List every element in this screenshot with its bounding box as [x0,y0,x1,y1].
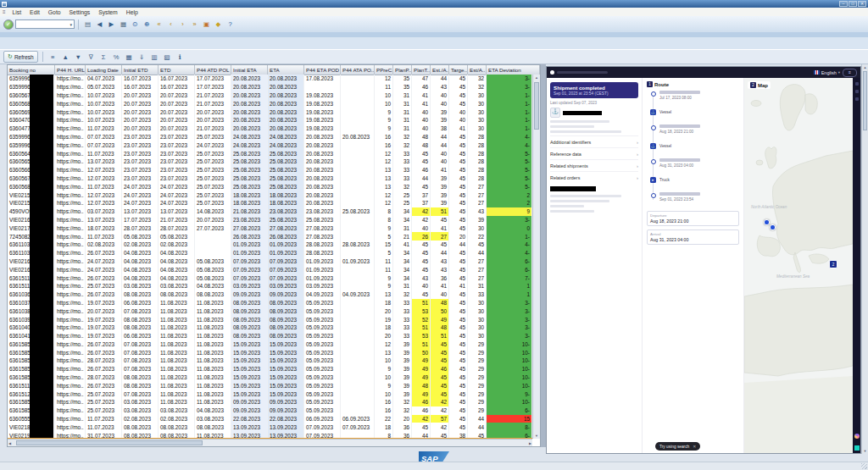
table-cell[interactable]: 11.08.2023 [159,357,195,365]
table-cell[interactable]: 5 [375,232,393,241]
table-cell[interactable]: 41 [431,224,449,232]
table-cell[interactable]: 08.08.2023 [122,315,159,323]
table-cell[interactable]: 15.09.2023 [268,357,304,365]
table-cell[interactable]: 6361585 [8,398,55,406]
table-cell[interactable]: 05.09.2023 [304,348,341,357]
table-row[interactable]: 6361103https://mo..02.08.202302.08.20230… [8,241,532,249]
details-icon[interactable]: ≡ [47,52,58,63]
table-cell[interactable]: 11.08.2023 [195,323,231,332]
table-cell[interactable] [341,282,375,290]
info-icon[interactable]: ℹ [175,52,186,63]
table-cell[interactable] [341,373,375,382]
table-cell[interactable]: https://mo.. [55,149,86,158]
table-cell[interactable]: 16.07.2023 [159,75,195,83]
scroll-right-icon[interactable]: ▶ [529,441,531,445]
table-cell[interactable]: 28 [468,133,487,141]
table-row[interactable]: 6361103https://mo..26.07.202304.08.20230… [8,249,532,257]
table-cell[interactable]: 6360565 [8,158,55,166]
table-cell[interactable]: 10.07.2023 [86,108,122,116]
table-cell[interactable] [341,406,375,415]
table-cell[interactable]: 45 [449,91,468,100]
table-cell[interactable]: 29 [468,381,487,390]
table-cell[interactable]: 11.08.2023 [195,381,231,390]
table-cell[interactable]: 15.09.2023 [231,365,268,373]
table-cell[interactable]: 23.08.2023 [268,207,304,216]
table-cell[interactable]: 20.08.2023 [304,149,341,158]
table-cell[interactable]: 20.07.2023 [122,99,159,108]
table-cell[interactable]: https://mo.. [55,323,86,332]
table-cell[interactable]: 11.08.2023 [159,398,195,406]
table-cell[interactable]: 22 [468,232,487,241]
table-cell[interactable]: 22.08.2023 [231,415,268,423]
table-cell[interactable]: 12.07.2023 [86,199,122,207]
table-cell[interactable]: 02.08.2023 [159,415,195,423]
table-cell[interactable]: 09.09.2023 [231,398,268,406]
table-cell[interactable]: 24.07.2023 [159,191,195,199]
table-row[interactable]: 6361038https://mo..20.07.202307.08.20231… [8,307,532,315]
table-cell[interactable]: 20.08.2023 [304,191,341,199]
table-cell[interactable]: 6360477 [8,124,55,133]
table-cell[interactable]: 29 [468,340,487,349]
table-cell[interactable]: 30 [468,323,487,332]
table-cell[interactable]: 33 [393,158,412,166]
command-field[interactable]: ▾ [15,19,75,29]
table-cell[interactable]: 39 [431,182,449,191]
table-cell[interactable]: 10- [487,348,532,357]
table-cell[interactable]: 7245082 [8,232,55,241]
graphic-icon[interactable]: ▧ [162,52,173,63]
chat-widget-icon[interactable] [854,434,860,439]
choose-layout-icon[interactable]: ▥ [149,52,160,63]
table-cell[interactable]: VIE0215 [8,199,55,207]
table-cell[interactable]: 11.08.2023 [159,340,195,349]
table-cell[interactable]: https://mo.. [55,406,86,415]
column-header[interactable]: Loading Date [86,65,122,75]
table-cell[interactable]: 20.07.2023 [122,108,159,116]
table-cell[interactable]: 20.07.2023 [122,116,159,124]
table-cell[interactable]: 08.08.2023 [195,290,231,299]
table-cell[interactable]: https://mo.. [55,423,86,431]
table-cell[interactable]: 6361511 [8,282,55,290]
table-cell[interactable]: 05.09.2023 [304,373,341,382]
table-cell[interactable]: 05.09.2023 [304,398,341,406]
table-cell[interactable]: 9 [375,365,393,373]
table-cell[interactable]: 50 [431,307,449,315]
table-cell[interactable]: 29 [468,373,487,382]
table-cell[interactable]: 26.07.2023 [86,249,122,257]
table-cell[interactable]: 11.08.2023 [159,390,195,398]
table-cell[interactable]: 25.08.2023 [231,182,268,191]
table-cell[interactable]: 11.08.2023 [195,340,231,349]
table-row[interactable]: 6360565https://mo..13.07.202323.07.20232… [8,158,532,166]
table-cell[interactable] [341,332,375,340]
table-cell[interactable]: 23.07.2023 [122,166,159,174]
table-cell[interactable]: 06.08.2023 [122,332,159,340]
table-cell[interactable]: 05.08.2023 [195,265,231,274]
table-cell[interactable]: 42 [412,207,431,216]
table-cell[interactable]: 6360567 [8,91,55,100]
table-cell[interactable]: https://mo.. [55,307,86,315]
table-row[interactable]: VIE0217https://mo..18.07.202328.07.20232… [8,224,532,232]
table-cell[interactable]: 40 [449,108,468,116]
table-cell[interactable]: 15.09.2023 [268,365,304,373]
table-cell[interactable]: 08.08.2023 [195,423,231,431]
table-cell[interactable]: 20 [375,332,393,340]
table-cell[interactable]: 32 [468,75,487,83]
table-cell[interactable] [341,191,375,199]
table-cell[interactable]: 40 [412,282,431,290]
table-cell[interactable]: 30 [468,307,487,315]
forward-icon[interactable]: ▶ [106,19,117,30]
table-cell[interactable]: 11.08.2023 [195,332,231,340]
table-cell[interactable]: 13.07.2023 [159,207,195,216]
table-cell[interactable]: 30 [468,99,487,108]
table-cell[interactable]: 33 [393,332,412,340]
table-cell[interactable]: 9 [375,282,393,290]
table-cell[interactable]: 19.08.2023 [304,99,341,108]
table-cell[interactable]: 8 [375,207,393,216]
table-cell[interactable]: 15.09.2023 [268,373,304,382]
table-cell[interactable]: 28 [468,141,487,149]
table-cell[interactable]: 24.07.2023 [122,182,159,191]
table-cell[interactable]: 6361585 [8,340,55,349]
table-cell[interactable]: 03.08.2023 [159,282,195,290]
table-cell[interactable]: 11.08.2023 [195,390,231,398]
table-cell[interactable]: 45 [449,340,468,349]
table-cell[interactable]: 23.07.2023 [159,133,195,141]
